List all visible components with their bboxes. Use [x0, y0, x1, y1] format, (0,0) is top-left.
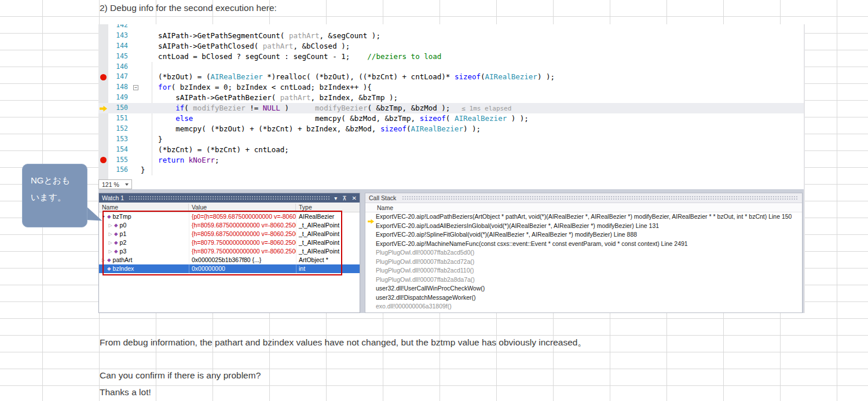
watch-row-p2[interactable]: ▷◆p2{h=8079.7500000000000 v=-8060.250000…: [99, 238, 360, 247]
watch-row-p3[interactable]: ▷◆p3{h=8079.7500000000000 v=-8060.250000…: [99, 247, 360, 256]
code-line-149[interactable]: 149 sAIPath->GetPathBezier( pathArt, bzI…: [98, 93, 804, 103]
breakpoint-gutter[interactable]: [98, 145, 108, 155]
watch-col-value[interactable]: Value: [189, 204, 296, 211]
call-stack-frame[interactable]: PlugPlugOwl.dll!00007ffab2a8da7a(): [365, 275, 802, 285]
watch-value: {p0={h=8059.6875000000000 v=-8060.25000.…: [189, 212, 296, 221]
code-text: sAIPath->GetPathClosed( pathArt, &bClose…: [141, 41, 350, 51]
line-number: 150: [108, 103, 131, 113]
tree-collapsed-icon[interactable]: ▷: [100, 256, 107, 264]
watch-name: p2: [120, 238, 127, 247]
call-stack-frame[interactable]: ExportVEC-20.aip!LoadPathBeziers(ArtObje…: [365, 212, 802, 222]
frame-text: PlugPlugOwl.dll!00007ffab2acd5d0(): [376, 248, 474, 257]
breakpoint-gutter[interactable]: [98, 113, 108, 124]
code-line-142[interactable]: 142: [98, 24, 804, 31]
watch-name: bzTmp: [113, 212, 131, 221]
code-line-151[interactable]: 151 else memcpy( &bzMod, &bzTmp, sizeof(…: [98, 113, 804, 124]
line-number: 147: [108, 72, 131, 82]
call-stack-title-bar[interactable]: Call Stack: [365, 193, 802, 203]
watch-row-bzIndex[interactable]: ◆bzIndex0x00000000int: [99, 264, 360, 273]
watch-col-type[interactable]: Type: [296, 204, 360, 211]
code-text: return kNoErr;: [141, 155, 219, 165]
code-lines: 142143 sAIPath->GetPathSegmentCount( pat…: [98, 24, 804, 175]
code-text: sAIPath->GetPathSegmentCount( pathArt, &…: [141, 31, 380, 41]
breakpoint-gutter[interactable]: [98, 31, 108, 41]
note-thanks: Thanks a lot!: [100, 387, 151, 398]
call-stack-frame[interactable]: ExportVEC-20.aip!LoadAllBeziersInGlobal(…: [365, 222, 802, 231]
line-number: 146: [108, 62, 131, 72]
breakpoint-indicator[interactable]: [98, 72, 108, 82]
current-statement-indicator[interactable]: [98, 103, 108, 113]
code-line-152[interactable]: 152 memcpy( (*bzOut) + (*bzCnt) + bzInde…: [98, 124, 804, 134]
code-line-154[interactable]: 154 (*bzCnt) = (*bzCnt) + cntLoad;: [98, 145, 804, 155]
breakpoint-gutter[interactable]: [98, 165, 108, 175]
watch-row-p1[interactable]: ▷◆p1{h=8059.6875000000000 v=-8060.250000…: [99, 230, 360, 238]
call-stack-col-name[interactable]: Name: [377, 204, 393, 211]
call-stack-frame[interactable]: PlugPlugOwl.dll!00007ffab2acd72a(): [365, 257, 802, 267]
code-line-148[interactable]: 148− for( bzIndex = 0; bzIndex < cntLoad…: [98, 82, 804, 93]
watch-variable-icon: ◆: [114, 247, 118, 256]
call-stack-frame[interactable]: user32.dll!DispatchMessageWorker(): [365, 293, 802, 303]
zoom-select[interactable]: 121 %: [98, 179, 132, 189]
breakpoint-gutter[interactable]: [98, 82, 108, 93]
breakpoint-gutter[interactable]: [98, 93, 108, 103]
call-stack-frame[interactable]: exo.dll!000000006a31809f(): [365, 302, 802, 311]
code-line-156[interactable]: 156}: [98, 165, 804, 175]
code-line-145[interactable]: 145 cntLoad = bClosed ? segCount : segCo…: [98, 51, 804, 62]
watch-value: {h=8079.7500000000000 v=-8060.2500000000…: [189, 247, 296, 256]
watch-row-bzTmp[interactable]: ▾◆bzTmp{p0={h=8059.6875000000000 v=-8060…: [99, 212, 360, 221]
watch-title: Watch 1: [102, 194, 124, 201]
tree-collapsed-icon[interactable]: ▷: [107, 238, 113, 247]
code-line-143[interactable]: 143 sAIPath->GetPathSegmentCount( pathAr…: [98, 31, 804, 41]
code-line-153[interactable]: 153 }: [98, 134, 804, 145]
code-line-147[interactable]: 147 (*bzOut) = (AIRealBezier *)realloc( …: [98, 72, 804, 82]
breakpoint-gutter[interactable]: [98, 62, 108, 72]
frame-text: user32.dll!DispatchMessageWorker(): [376, 293, 476, 303]
call-stack-frames: ExportVEC-20.aip!LoadPathBeziers(ArtObje…: [365, 212, 802, 312]
code-line-155[interactable]: 155 return kNoErr;: [98, 155, 804, 165]
tree-collapsed-icon[interactable]: ▷: [107, 221, 113, 230]
pin-icon[interactable]: ⊼: [342, 195, 346, 201]
fold-margin: [131, 62, 141, 72]
breakpoint-gutter[interactable]: [98, 24, 108, 31]
fold-margin: [131, 31, 141, 41]
fold-margin: [131, 41, 141, 51]
code-line-146[interactable]: 146: [98, 62, 804, 72]
watch-row-pathArt[interactable]: ▷◆pathArt0x0000025b1b367f80 {...}ArtObje…: [99, 256, 360, 264]
fold-margin: [131, 124, 141, 134]
zoom-value: 121 %: [102, 181, 119, 188]
code-text: cntLoad = bClosed ? segCount : segCount …: [141, 51, 441, 62]
breakpoint-gutter[interactable]: [98, 134, 108, 145]
watch-title-bar[interactable]: Watch 1 ▾ ⊼ ✕: [99, 193, 360, 203]
watch-name-cell: ▷◆p1: [99, 230, 189, 238]
frame-text: exo.dll!000000006a31809f(): [376, 302, 452, 311]
watch-name-cell: ◆bzIndex: [99, 264, 189, 273]
tree-collapsed-icon[interactable]: ▷: [107, 230, 113, 238]
window-position-icon[interactable]: ▾: [334, 195, 337, 201]
collapse-icon[interactable]: −: [133, 85, 138, 90]
watch-variable-icon: ◆: [114, 221, 118, 230]
close-icon[interactable]: ✕: [352, 195, 357, 201]
callout-bubble: NGとおも います。: [22, 164, 87, 227]
call-stack-frame[interactable]: PlugPlugOwl.dll!00007ffab2acd5d0(): [365, 248, 802, 257]
call-stack-frame[interactable]: ExportVEC-20.aip!MachineNameFunc(const c…: [365, 240, 802, 249]
call-stack-frame[interactable]: PlugPlugOwl.dll!00007ffab2acd110(): [365, 266, 802, 275]
call-stack-frame[interactable]: ExportVEC-20.aip!SplineFitGlobal(void(*)…: [365, 230, 802, 240]
breakpoint-gutter[interactable]: [98, 124, 108, 134]
call-stack-frame[interactable]: exo.dll!000000006a3181d4(): [365, 311, 802, 313]
note-analysis: From debug information, the pathart and …: [100, 337, 587, 349]
tree-collapsed-icon[interactable]: ▷: [107, 247, 113, 256]
code-editor[interactable]: 142143 sAIPath->GetPathSegmentCount( pat…: [98, 24, 804, 179]
breakpoint-icon[interactable]: [100, 74, 107, 80]
call-stack-title: Call Stack: [369, 194, 396, 201]
watch-col-name[interactable]: Name: [99, 204, 189, 211]
code-line-144[interactable]: 144 sAIPath->GetPathClosed( pathArt, &bC…: [98, 41, 804, 51]
code-text: for( bzIndex = 0; bzIndex < cntLoad; bzI…: [141, 82, 372, 93]
breakpoint-gutter[interactable]: [98, 51, 108, 62]
watch-row-p0[interactable]: ▷◆p0{h=8059.6875000000000 v=-8060.250000…: [99, 221, 360, 230]
code-line-150[interactable]: 150 if( modifyBezier != NULL ) modifyBez…: [98, 103, 804, 113]
breakpoint-indicator[interactable]: [98, 155, 108, 165]
breakpoint-gutter[interactable]: [98, 41, 108, 51]
breakpoint-icon[interactable]: [100, 157, 107, 163]
call-stack-frame[interactable]: user32.dll!UserCallWinProcCheckWow(): [365, 284, 802, 293]
watch-type: _t_AIRealPoint: [296, 221, 360, 230]
